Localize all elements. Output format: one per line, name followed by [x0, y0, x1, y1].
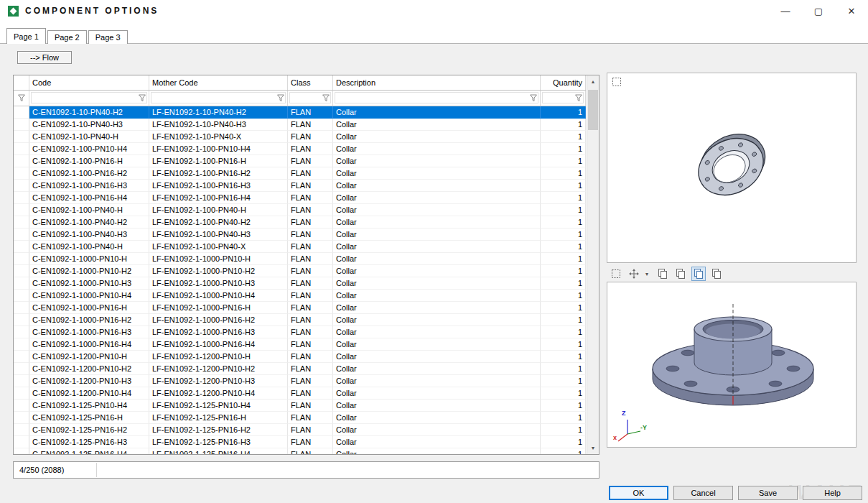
table-cell[interactable]: Collar — [333, 167, 541, 180]
table-cell[interactable]: Collar — [333, 241, 541, 253]
filter-icon[interactable] — [138, 93, 146, 102]
table-cell[interactable]: LF-EN1092-1-1000-PN16-H3 — [149, 326, 288, 338]
table-cell[interactable]: C-EN1092-1-125-PN16-H4 — [29, 448, 149, 454]
table-cell[interactable]: C-EN1092-1-1000-PN16-H — [29, 302, 149, 314]
table-cell[interactable]: LF-EN1092-1-100-PN16-H — [149, 155, 288, 167]
table-cell[interactable]: Collar — [333, 143, 541, 155]
table-row[interactable]: C-EN1092-1-100-PN40-HLF-EN1092-1-100-PN4… — [14, 204, 586, 216]
select-region-icon[interactable] — [612, 77, 622, 87]
table-cell[interactable]: FLAN — [288, 326, 333, 338]
table-cell[interactable]: FLAN — [288, 412, 333, 424]
table-row[interactable]: C-EN1092-1-125-PN16-HLF-EN1092-1-125-PN1… — [14, 412, 586, 424]
table-cell[interactable]: LF-EN1092-1-1200-PN10-H4 — [149, 387, 288, 400]
table-row[interactable]: C-EN1092-1-1200-PN10-H4LF-EN1092-1-1200-… — [14, 387, 586, 400]
table-row[interactable]: C-EN1092-1-1000-PN16-H4LF-EN1092-1-1000-… — [14, 338, 586, 351]
table-cell[interactable]: C-EN1092-1-10-PN40-H — [29, 131, 149, 143]
table-cell[interactable]: 1 — [541, 290, 586, 302]
table-cell[interactable]: 1 — [541, 277, 586, 290]
row-selector[interactable] — [14, 351, 29, 363]
ok-button[interactable]: OK — [609, 486, 668, 500]
row-selector[interactable] — [14, 277, 29, 290]
table-cell[interactable]: LF-EN1092-1-1000-PN10-H3 — [149, 277, 288, 290]
table-cell[interactable]: 1 — [541, 314, 586, 326]
filter-icon[interactable] — [529, 93, 538, 102]
filter-icon[interactable] — [276, 93, 285, 102]
select-region-icon[interactable] — [610, 267, 622, 280]
row-selector[interactable] — [14, 400, 29, 412]
filter-icon[interactable] — [574, 93, 583, 102]
table-cell[interactable]: Collar — [333, 436, 541, 448]
table-cell[interactable]: LF-EN1092-1-1000-PN10-H2 — [149, 265, 288, 277]
table-cell[interactable]: Collar — [333, 180, 541, 192]
table-cell[interactable]: LF-EN1092-1-10-PN40-H2 — [149, 106, 288, 119]
table-cell[interactable]: Collar — [333, 106, 541, 119]
table-cell[interactable]: Collar — [333, 412, 541, 424]
table-cell[interactable]: 1 — [541, 387, 586, 400]
table-cell[interactable]: Collar — [333, 400, 541, 412]
header-description[interactable]: Description — [333, 75, 541, 90]
model-viewport-3d[interactable]: Z x -Y — [607, 282, 857, 448]
table-row[interactable]: C-EN1092-1-1200-PN10-H2LF-EN1092-1-1200-… — [14, 363, 586, 375]
table-cell[interactable]: C-EN1092-1-1200-PN10-H2 — [29, 363, 149, 375]
row-selector[interactable] — [14, 302, 29, 314]
table-row[interactable]: C-EN1092-1-1000-PN16-H3LF-EN1092-1-1000-… — [14, 326, 586, 338]
table-cell[interactable]: 1 — [541, 241, 586, 253]
row-selector[interactable] — [14, 119, 29, 131]
table-cell[interactable]: C-EN1092-1-10-PN40-H3 — [29, 119, 149, 131]
table-cell[interactable]: 1 — [541, 106, 586, 119]
table-cell[interactable]: Collar — [333, 375, 541, 387]
table-row[interactable]: C-EN1092-1-1000-PN10-H3LF-EN1092-1-1000-… — [14, 277, 586, 290]
table-cell[interactable]: C-EN1092-1-100-PN16-H2 — [29, 167, 149, 180]
table-cell[interactable]: Collar — [333, 363, 541, 375]
table-cell[interactable]: 1 — [541, 424, 586, 436]
table-cell[interactable]: LF-EN1092-1-100-PN16-H4 — [149, 192, 288, 204]
table-cell[interactable]: FLAN — [288, 253, 333, 265]
table-cell[interactable]: Collar — [333, 338, 541, 351]
row-selector[interactable] — [14, 241, 29, 253]
table-cell[interactable]: C-EN1092-1-10-PN40-H2 — [29, 106, 149, 119]
filter-description[interactable] — [333, 91, 541, 106]
table-cell[interactable]: LF-EN1092-1-10-PN40-H3 — [149, 119, 288, 131]
save-button[interactable]: Save — [738, 486, 798, 500]
table-row[interactable]: C-EN1092-1-1000-PN10-H4LF-EN1092-1-1000-… — [14, 290, 586, 302]
filter-quantity[interactable] — [541, 91, 586, 106]
table-cell[interactable]: 1 — [541, 131, 586, 143]
table-cell[interactable]: C-EN1092-1-100-PN40-H — [29, 241, 149, 253]
table-cell[interactable]: 1 — [541, 375, 586, 387]
table-row[interactable]: C-EN1092-1-1200-PN10-HLF-EN1092-1-1200-P… — [14, 351, 586, 363]
filter-class[interactable] — [288, 91, 333, 106]
table-cell[interactable]: LF-EN1092-1-100-PN40-H3 — [149, 229, 288, 241]
table-cell[interactable]: C-EN1092-1-100-PN16-H4 — [29, 192, 149, 204]
tab-page-2[interactable]: Page 2 — [47, 30, 87, 44]
copy-view-icon-2[interactable] — [674, 267, 687, 280]
table-cell[interactable]: Collar — [333, 424, 541, 436]
table-cell[interactable]: FLAN — [288, 155, 333, 167]
table-cell[interactable]: FLAN — [288, 338, 333, 351]
table-cell[interactable]: C-EN1092-1-1000-PN16-H2 — [29, 314, 149, 326]
table-cell[interactable]: LF-EN1092-1-100-PN16-H3 — [149, 180, 288, 192]
row-selector[interactable] — [14, 290, 29, 302]
row-selector[interactable] — [14, 106, 29, 119]
table-cell[interactable]: C-EN1092-1-125-PN16-H — [29, 412, 149, 424]
row-selector[interactable] — [14, 436, 29, 448]
table-cell[interactable]: LF-EN1092-1-125-PN10-H4 — [149, 400, 288, 412]
table-row[interactable]: C-EN1092-1-10-PN40-H3LF-EN1092-1-10-PN40… — [14, 119, 586, 131]
row-selector[interactable] — [14, 204, 29, 216]
table-cell[interactable]: Collar — [333, 290, 541, 302]
table-row[interactable]: C-EN1092-1-1000-PN10-HLF-EN1092-1-1000-P… — [14, 253, 586, 265]
table-cell[interactable]: 1 — [541, 363, 586, 375]
table-cell[interactable]: C-EN1092-1-1200-PN10-H4 — [29, 387, 149, 400]
flow-button[interactable]: --> Flow — [17, 51, 72, 64]
row-selector[interactable] — [14, 216, 29, 229]
row-selector[interactable] — [14, 338, 29, 351]
copy-view-icon-3[interactable] — [692, 267, 705, 280]
cancel-button[interactable]: Cancel — [673, 486, 733, 500]
table-row[interactable]: C-EN1092-1-100-PN16-H3LF-EN1092-1-100-PN… — [14, 180, 586, 192]
table-cell[interactable]: 1 — [541, 302, 586, 314]
table-cell[interactable]: C-EN1092-1-1200-PN10-H — [29, 351, 149, 363]
table-cell[interactable]: FLAN — [288, 192, 333, 204]
table-cell[interactable]: LF-EN1092-1-1000-PN10-H4 — [149, 290, 288, 302]
row-selector[interactable] — [14, 375, 29, 387]
table-cell[interactable]: 1 — [541, 412, 586, 424]
table-cell[interactable]: LF-EN1092-1-1000-PN16-H2 — [149, 314, 288, 326]
